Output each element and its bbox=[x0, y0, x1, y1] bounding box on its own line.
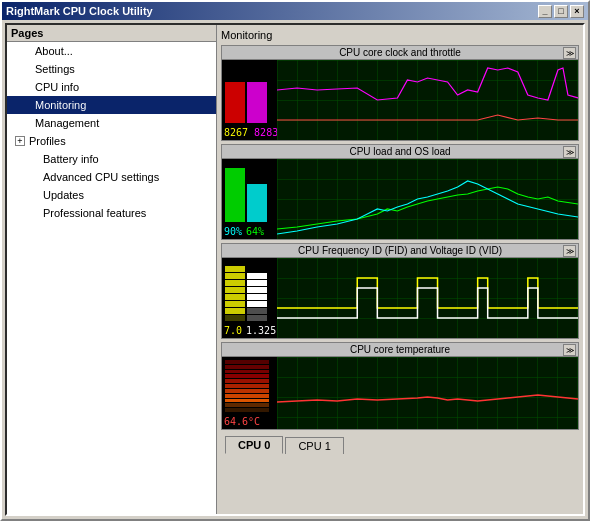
sidebar-item-professional[interactable]: Professional features bbox=[7, 204, 216, 222]
chart-collapse-btn-1[interactable]: ≫ bbox=[563, 47, 576, 59]
sidebar-item-management[interactable]: Management bbox=[7, 114, 216, 132]
clock-grid bbox=[277, 60, 578, 140]
load-val-2: 64% bbox=[246, 226, 264, 237]
load-bars: 90% 64% bbox=[222, 159, 277, 239]
chart-freq-body: 7.0 1.325 bbox=[222, 258, 578, 338]
chart-temp-title: CPU core temperature ≫ bbox=[222, 343, 578, 357]
sidebar-group-profiles[interactable]: + Profiles bbox=[7, 132, 216, 150]
load-line-svg bbox=[277, 159, 578, 239]
tab-bar: CPU 0 CPU 1 bbox=[221, 432, 579, 454]
chart-temp: CPU core temperature ≫ bbox=[221, 342, 579, 430]
temp-val-1: 64.6°C bbox=[224, 416, 260, 427]
chart-clock-title: CPU core clock and throttle ≫ bbox=[222, 46, 578, 60]
title-bar: RightMark CPU Clock Utility _ □ × bbox=[2, 2, 588, 20]
sidebar-item-profiles-label: Profiles bbox=[29, 133, 66, 149]
chart-load: CPU load and OS load ≫ bbox=[221, 144, 579, 240]
load-val-1: 90% bbox=[224, 226, 242, 237]
clock-graph bbox=[277, 60, 578, 140]
freq-val-1: 7.0 bbox=[224, 325, 242, 336]
close-button[interactable]: × bbox=[570, 5, 584, 18]
expander-icon[interactable]: + bbox=[15, 136, 25, 146]
sidebar-item-settings[interactable]: Settings bbox=[7, 60, 216, 78]
sidebar: Pages About... Settings CPU info Monitor… bbox=[7, 25, 217, 514]
pages-area: Pages About... Settings CPU info Monitor… bbox=[5, 23, 585, 516]
load-graph bbox=[277, 159, 578, 239]
chart-collapse-btn-4[interactable]: ≫ bbox=[563, 344, 576, 356]
temp-line-svg bbox=[277, 357, 578, 429]
chart-load-body: 90% 64% bbox=[222, 159, 578, 239]
clock-bars: 8267 8283 bbox=[222, 60, 277, 140]
sidebar-item-monitoring[interactable]: Monitoring bbox=[7, 96, 216, 114]
freq-bars: 7.0 1.325 bbox=[222, 258, 277, 338]
chart-collapse-btn-2[interactable]: ≫ bbox=[563, 146, 576, 158]
chart-freq-voltage: CPU Frequency ID (FID) and Voltage ID (V… bbox=[221, 243, 579, 339]
clock-val-2: 8283 bbox=[254, 127, 278, 138]
chart-clock-body: 8267 8283 bbox=[222, 60, 578, 140]
freq-line-svg bbox=[277, 258, 578, 338]
chart-freq-title: CPU Frequency ID (FID) and Voltage ID (V… bbox=[222, 244, 578, 258]
chart-clock-throttle: CPU core clock and throttle ≫ bbox=[221, 45, 579, 141]
chart-load-title: CPU load and OS load ≫ bbox=[222, 145, 578, 159]
freq-grid bbox=[277, 258, 578, 338]
main-content: Monitoring CPU core clock and throttle ≫ bbox=[217, 25, 583, 514]
tab-cpu0[interactable]: CPU 0 bbox=[225, 436, 283, 454]
window-title: RightMark CPU Clock Utility bbox=[6, 5, 153, 17]
tab-cpu1[interactable]: CPU 1 bbox=[285, 437, 343, 454]
minimize-button[interactable]: _ bbox=[538, 5, 552, 18]
sidebar-item-about[interactable]: About... bbox=[7, 42, 216, 60]
sidebar-item-cpu-info[interactable]: CPU info bbox=[7, 78, 216, 96]
sidebar-item-updates[interactable]: Updates bbox=[7, 186, 216, 204]
temp-grid bbox=[277, 357, 578, 429]
load-grid bbox=[277, 159, 578, 239]
clock-val-1: 8267 bbox=[224, 127, 248, 138]
maximize-button[interactable]: □ bbox=[554, 5, 568, 18]
clock-line-svg bbox=[277, 60, 578, 140]
title-bar-buttons: _ □ × bbox=[538, 5, 584, 18]
sidebar-header: Pages bbox=[7, 25, 216, 42]
monitoring-header: Monitoring bbox=[221, 29, 579, 41]
temp-graph bbox=[277, 357, 578, 429]
freq-val-2: 1.325 bbox=[246, 325, 276, 336]
sidebar-item-advanced-cpu[interactable]: Advanced CPU settings bbox=[7, 168, 216, 186]
sidebar-item-battery[interactable]: Battery info bbox=[7, 150, 216, 168]
freq-graph bbox=[277, 258, 578, 338]
chart-collapse-btn-3[interactable]: ≫ bbox=[563, 245, 576, 257]
temp-bars: 64.6°C bbox=[222, 357, 277, 429]
main-window: RightMark CPU Clock Utility _ □ × Pages … bbox=[0, 0, 590, 521]
chart-temp-body: 64.6°C bbox=[222, 357, 578, 429]
window-body: Pages About... Settings CPU info Monitor… bbox=[2, 20, 588, 519]
